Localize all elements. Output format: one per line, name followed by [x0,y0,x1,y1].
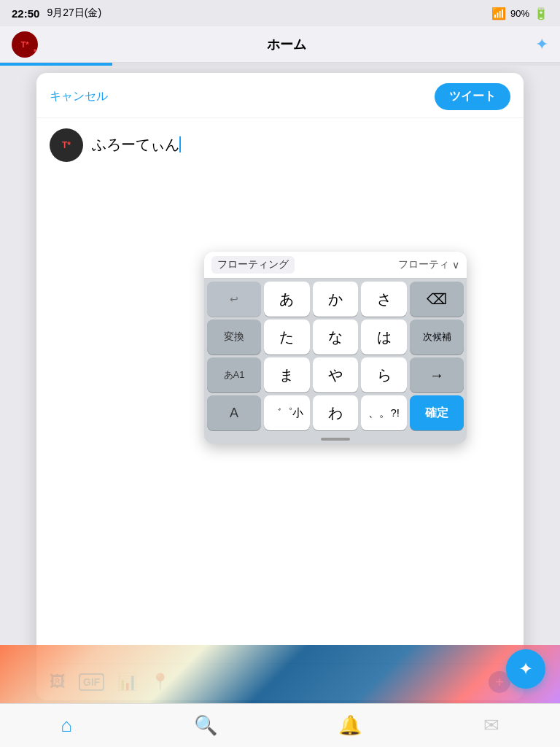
compose-fab[interactable]: ✦ [506,649,545,689]
background-image-strip [0,645,560,703]
suggestion-dropdown[interactable]: フローティ ∨ [398,258,459,271]
key-dakuten[interactable]: ゛゜小 [264,395,310,430]
bell-icon: 🔔 [338,714,362,737]
text-cursor [179,136,181,152]
tab-messages[interactable]: ✉ [483,714,499,737]
fab-icon: ✦ [518,659,533,679]
compose-input-text: ふろーてぃん [92,136,179,152]
compose-avatar: T* [50,128,83,162]
keyboard-rows: ↩ 変換 あA1 A あ か さ た な は [204,279,467,433]
status-time: 22:50 [12,7,39,20]
cancel-button[interactable]: キャンセル [50,89,108,104]
keyboard-handle[interactable] [204,433,467,444]
tweet-button[interactable]: ツイート [435,83,510,110]
key-henkan[interactable]: 変換 [207,320,261,355]
key-ha[interactable]: は [361,320,407,355]
nav-title: ホーム [267,36,306,53]
status-bar: 22:50 9月27日(金) 📶 90% 🔋 [0,0,560,26]
key-na[interactable]: な [313,320,359,355]
chevron-down-icon: ∨ [452,259,459,271]
key-abc[interactable]: A [207,395,261,430]
app-container: T* ホーム ✦ キャンセル ツイート T* ふろーてぃん [0,26,560,747]
keyboard-main-cols: あ か さ た な は ま や ら ゛゜小 [264,282,407,430]
key-arrow-right[interactable]: → [410,357,464,392]
key-ta[interactable]: た [264,320,310,355]
suggestion-1[interactable]: フローティング [211,256,295,274]
compose-text-field[interactable]: ふろーてぃん [92,128,181,155]
nav-bar: T* ホーム ✦ [0,26,560,63]
home-icon: ⌂ [61,714,72,737]
battery-icon: 🔋 [534,7,548,20]
search-icon: 🔍 [194,714,217,737]
tab-home[interactable]: ⌂ [61,714,72,737]
status-date: 9月27日(金) [47,7,101,20]
key-next-candidate[interactable]: 次候補 [410,320,464,355]
tab-notifications[interactable]: 🔔 [338,714,362,737]
key-row-3: ま や ら [264,357,407,392]
floating-keyboard: フローティング フローティ ∨ ↩ 変換 あA1 A あ [204,252,467,444]
compose-avatar-initials: T* [62,140,71,150]
key-row-4: ゛゜小 わ 、。?! [264,395,407,430]
key-a[interactable]: あ [264,282,310,317]
key-wa[interactable]: わ [313,395,359,430]
key-mode[interactable]: あA1 [207,357,261,392]
avatar-initials: T* [21,40,29,49]
wifi-icon: 📶 [491,7,506,20]
main-content: キャンセル ツイート T* ふろーてぃん 🖼 GIF 📊 📍 + [0,66,560,747]
key-ma[interactable]: ま [264,357,310,392]
sparkle-icon[interactable]: ✦ [535,35,548,54]
nav-avatar[interactable]: T* [12,31,38,58]
key-ya[interactable]: や [313,357,359,392]
key-punct[interactable]: 、。?! [361,395,407,430]
key-undo[interactable]: ↩ [207,282,261,317]
key-delete[interactable]: ⌫ [410,282,464,317]
suggestion-2-text: フローティ [398,258,449,271]
mail-icon: ✉ [483,714,499,737]
modal-header: キャンセル ツイート [36,73,524,118]
key-ra[interactable]: ら [361,357,407,392]
key-ka[interactable]: か [313,282,359,317]
key-confirm[interactable]: 確定 [410,395,464,430]
key-row-2: た な は [264,320,407,355]
suggestion-bar: フローティング フローティ ∨ [204,252,467,279]
key-row-1: あ か さ [264,282,407,317]
key-sa[interactable]: さ [361,282,407,317]
tab-search[interactable]: 🔍 [194,714,217,737]
keyboard-left-col: ↩ 変換 あA1 A [207,282,261,430]
handle-bar [321,438,350,441]
battery-level: 90% [510,8,529,19]
bottom-tab-bar: ⌂ 🔍 🔔 ✉ [0,703,560,747]
keyboard-right-col: ⌫ 次候補 → 確定 [410,282,464,430]
status-icons: 📶 90% 🔋 [491,7,548,20]
